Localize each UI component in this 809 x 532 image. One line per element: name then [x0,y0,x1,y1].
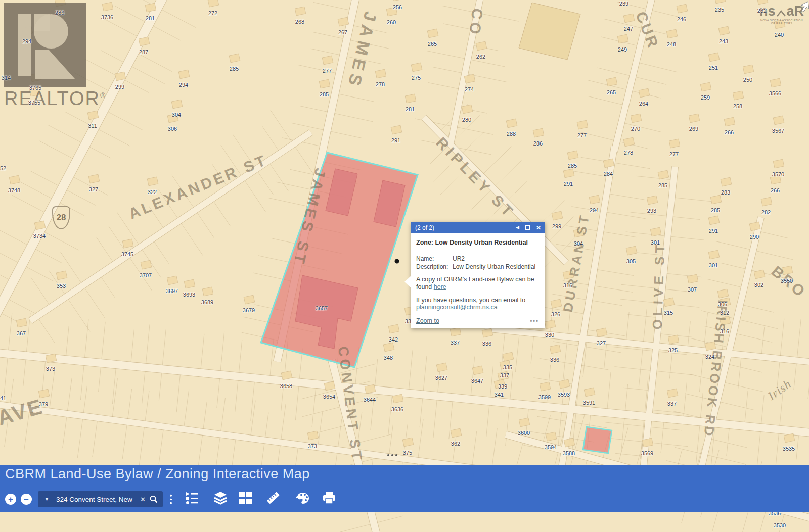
bottom-app-bar: CBRM Land-Use Bylaw / Zoning Interactive… [0,465,809,512]
measure-icon[interactable] [266,491,280,505]
bylaw-here-link[interactable]: here [434,283,446,291]
field-name-value: UR2 [453,255,465,262]
cursor-icon [799,1,809,13]
selected-parcel-secondary[interactable] [583,427,612,453]
zoom-out-button[interactable]: − [21,494,32,505]
map-canvas[interactable] [0,0,809,532]
draw-icon[interactable] [295,491,309,505]
identify-popup: (2 of 2) ◀ ✕ Zone: Low Density Urban Res… [411,222,545,328]
popup-callout-arrow [404,275,412,288]
search-input[interactable]: 324 Convent Street, New [56,496,139,503]
popup-more-options[interactable]: ••• [530,318,539,324]
popup-dock-ellipsis[interactable] [387,454,397,456]
basemap-gallery-icon[interactable] [238,491,252,505]
search-icon[interactable] [150,495,158,503]
toolbar-kebab-icon[interactable] [170,495,172,504]
zoom-to-link[interactable]: Zoom to [416,317,439,324]
app-title: CBRM Land-Use Bylaw / Zoning Interactive… [5,466,310,482]
popup-close-button[interactable]: ✕ [536,225,541,231]
email-link[interactable]: planningconsult@cbrm.ns.ca [416,304,498,311]
zoom-in-button[interactable]: + [5,494,16,505]
field-description-label: Description: [416,263,453,270]
identify-point-dot [395,259,399,264]
questions-paragraph: If you have questions, you can email to … [416,297,540,312]
map-stage[interactable]: JAMESJAMES STCONVENT STALEXANDER STRIPLE… [0,0,809,532]
layers-icon[interactable] [213,491,228,505]
popup-maximize-button[interactable] [525,225,530,230]
print-icon[interactable] [322,491,336,505]
search-dropdown-caret[interactable]: ▼ [44,497,49,502]
search-box[interactable]: ▼ 324 Convent Street, New ✕ [38,491,163,507]
field-description-value: Low Density Urban Residential [453,263,535,270]
popup-titlebar: (2 of 2) ◀ ✕ [411,222,545,233]
popup-pager: (2 of 2) [415,224,510,231]
legend-icon[interactable] [185,491,199,505]
field-name-label: Name: [416,255,453,262]
search-clear-icon[interactable]: ✕ [140,496,146,503]
popup-previous-button[interactable]: ◀ [516,225,519,230]
bylaw-paragraph: A copy of CBRM's Land-use Bylaw can be f… [416,276,540,291]
popup-zone-title: Zone: Low Density Urban Residential [416,237,540,251]
